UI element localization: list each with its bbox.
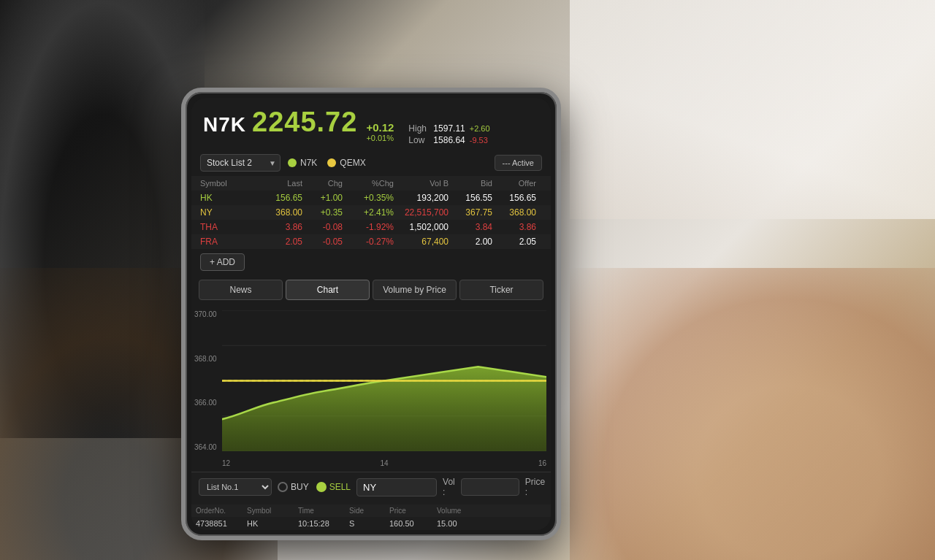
table-row[interactable]: HK 156.65 +1.00 +0.35% 193,200 156.55 15…	[191, 191, 551, 205]
table-row[interactable]: FRA 2.05 -0.05 -0.27% 67,400 2.00 2.05	[191, 234, 551, 249]
oth-time: Time	[298, 507, 349, 515]
oth-price: Price	[389, 507, 437, 515]
sell-radio-dot	[316, 482, 327, 492]
otd-orderno: 4738851	[196, 519, 247, 528]
table-row[interactable]: THA 3.86 -0.08 -1.92% 1,502,000 3.84 3.8…	[191, 220, 551, 234]
add-button[interactable]: + ADD	[200, 253, 245, 271]
tablet: N7K 2245.72 +0.12 +0.01% High 1597.11 +2…	[181, 88, 561, 540]
cell-chg-tha: -0.08	[302, 222, 343, 232]
tablet-screen: N7K 2245.72 +0.12 +0.01% High 1597.11 +2…	[191, 98, 551, 530]
table-row[interactable]: NY 368.00 +0.35 +2.41% 22,515,700 367.75…	[191, 205, 551, 220]
cell-offer-fra: 2.05	[492, 237, 536, 247]
bg-paper-right	[570, 0, 935, 219]
radio-n7k[interactable]: N7K	[288, 158, 317, 168]
list-dropdown-wrap[interactable]: List No.1 List No.2	[199, 478, 272, 496]
x-label-14: 14	[380, 459, 388, 467]
cell-volb-ny: 22,515,700	[394, 207, 449, 218]
cell-pchg-hk: +0.35%	[343, 193, 394, 203]
x-label-12: 12	[222, 459, 230, 467]
tab-chart[interactable]: Chart	[286, 280, 370, 300]
add-row: + ADD	[191, 249, 551, 275]
active-button[interactable]: --- Active	[495, 155, 542, 171]
cell-last-tha: 3.86	[251, 222, 302, 232]
otd-time: 10:15:28	[298, 519, 349, 528]
buy-sell-group: BUY SELL	[278, 482, 351, 492]
cell-pchg-tha: -1.92%	[343, 222, 394, 232]
chart-x-labels: 12 14 16	[222, 459, 546, 467]
sell-label: SELL	[329, 482, 351, 492]
ticker-change: +0.12 +0.01%	[366, 121, 394, 142]
radio-qemx[interactable]: QEMX	[327, 158, 365, 168]
stock-list-dropdown-wrap[interactable]: Stock List 2 Stock List 1 Stock List 3 ▼	[200, 154, 280, 172]
cell-last-hk: 156.65	[251, 193, 302, 203]
oth-symbol: Symbol	[247, 507, 298, 515]
chart-canvas	[222, 310, 546, 451]
vol-input[interactable]	[461, 478, 519, 496]
high-low: High 1597.11 +2.60 Low 1586.64 -9.53	[408, 123, 489, 145]
x-label-16: 16	[538, 459, 546, 467]
cell-bid-hk: 156.55	[449, 193, 492, 203]
radio-dot-qemx	[327, 158, 336, 167]
change-abs: +0.12	[366, 121, 394, 134]
oth-side: Side	[349, 507, 389, 515]
cell-offer-tha: 3.86	[492, 222, 536, 232]
otd-volume: 15.00	[437, 519, 477, 528]
tab-news[interactable]: News	[199, 280, 283, 300]
ticker-symbol: N7K	[203, 113, 246, 137]
radio-n7k-label: N7K	[300, 158, 317, 168]
cell-chg-ny: +0.35	[302, 207, 343, 218]
y-label-364: 364.00	[194, 443, 217, 451]
change-pct: +0.01%	[366, 134, 394, 142]
chart-area: 370.00 368.00 366.00 364.00	[191, 304, 551, 472]
high-row: High 1597.11 +2.60	[408, 123, 489, 134]
low-label: Low	[408, 135, 429, 145]
cell-bid-ny: 367.75	[449, 207, 492, 218]
y-label-366: 366.00	[194, 399, 217, 407]
vol-label: Vol :	[443, 477, 455, 497]
order-table-header: OrderNo. Symbol Time Side Price Volume	[191, 505, 551, 517]
order-row1: List No.1 List No.2 BUY SELL Vol :	[199, 477, 543, 497]
cell-pchg-ny: +2.41%	[343, 207, 394, 218]
oth-volume: Volume	[437, 507, 477, 515]
cell-offer-hk: 156.65	[492, 193, 536, 203]
cell-offer-ny: 368.00	[492, 207, 536, 218]
tab-ticker[interactable]: Ticker	[459, 280, 543, 300]
radio-dot-n7k	[288, 158, 297, 167]
nav-tabs: News Chart Volume by Price Ticker	[191, 275, 551, 304]
list-dropdown[interactable]: List No.1 List No.2	[199, 478, 272, 496]
cell-volb-fra: 67,400	[394, 237, 449, 247]
cell-chg-fra: -0.05	[302, 237, 343, 247]
buy-radio-dot	[278, 482, 288, 492]
th-bid: Bid	[449, 179, 492, 188]
table-row[interactable]: 4738851 HK 10:15:28 S 160.50 15.00	[191, 517, 551, 530]
buy-radio[interactable]: BUY	[278, 482, 309, 492]
toolbar: Stock List 2 Stock List 1 Stock List 3 ▼…	[191, 151, 551, 176]
low-change: -9.53	[470, 136, 488, 145]
tab-volume-by-price[interactable]: Volume by Price	[373, 280, 457, 300]
otd-side: S	[349, 519, 389, 528]
radio-qemx-label: QEMX	[340, 158, 365, 168]
chart-y-labels: 370.00 368.00 366.00 364.00	[194, 310, 217, 451]
table-body: HK 156.65 +1.00 +0.35% 193,200 156.55 15…	[191, 191, 551, 249]
th-offer: Offer	[492, 179, 536, 188]
price-label: Price :	[525, 477, 545, 497]
sell-radio[interactable]: SELL	[316, 482, 351, 492]
th-chg: Chg	[302, 179, 343, 188]
order-form: List No.1 List No.2 BUY SELL Vol :	[191, 472, 551, 505]
th-symbol: Symbol	[200, 179, 251, 188]
cell-last-ny: 368.00	[251, 207, 302, 218]
high-change: +2.60	[470, 124, 490, 133]
low-value: 1586.64	[433, 135, 465, 145]
stock-list-dropdown[interactable]: Stock List 2 Stock List 1 Stock List 3	[200, 154, 280, 172]
symbol-input[interactable]	[356, 478, 437, 496]
symbol-radio-group: N7K QEMX	[288, 158, 366, 168]
th-volb: Vol B	[394, 179, 449, 188]
cell-last-fra: 2.05	[251, 237, 302, 247]
oth-orderno: OrderNo.	[196, 507, 247, 515]
otd-price: 160.50	[389, 519, 437, 528]
bg-hand-right	[570, 268, 935, 560]
ticker-price: 2245.72	[252, 107, 357, 138]
chart-area-fill	[222, 367, 546, 451]
cell-symbol-ny: NY	[200, 207, 251, 218]
y-label-368: 368.00	[194, 355, 217, 363]
